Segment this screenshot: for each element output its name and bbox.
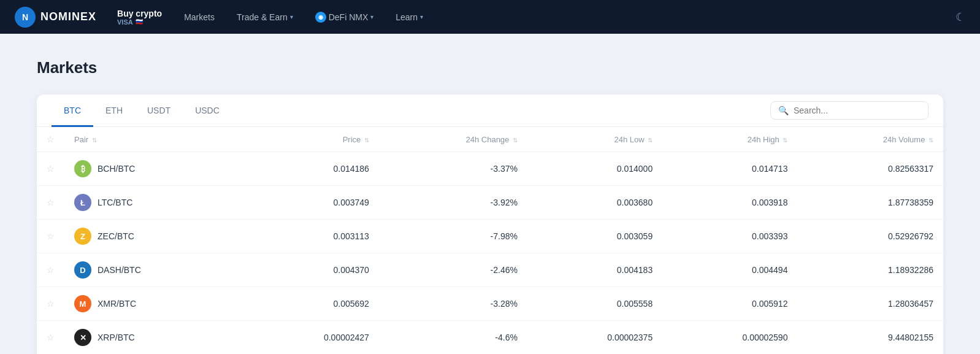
pair-label-1: LTC/BTC <box>98 198 132 207</box>
volume-cell-1: 1.87738359 <box>797 186 943 220</box>
chevron-down-icon-3: ▾ <box>420 13 423 20</box>
nav-trade-earn[interactable]: Trade & Earn ▾ <box>235 10 294 25</box>
star-header-icon: ☆ <box>47 134 55 144</box>
page-title: Markets <box>37 58 943 77</box>
low-cell-1: 0.003680 <box>527 186 662 220</box>
coin-icon-dash: D <box>74 261 91 279</box>
th-star: ☆ <box>37 127 64 152</box>
high-cell-4: 0.005912 <box>662 287 797 321</box>
chevron-down-icon-2: ▾ <box>370 13 373 20</box>
low-cell-3: 0.004183 <box>527 253 662 287</box>
pair-label-2: ZEC/BTC <box>98 231 134 241</box>
markets-card: BTC ETH USDT USDC 🔍 ☆ Pair ⇅ Price ⇅ 24h… <box>37 94 943 354</box>
star-cell-4: ☆ <box>37 287 64 321</box>
volume-cell-4: 1.28036457 <box>797 287 943 321</box>
sort-icon-high: ⇅ <box>783 137 787 144</box>
high-cell-1: 0.003918 <box>662 186 797 220</box>
search-input[interactable] <box>794 106 921 115</box>
low-cell-5: 0.00002375 <box>527 321 662 355</box>
nav-buy-crypto[interactable]: Buy crypto VISA 🇷🇺 <box>116 6 163 28</box>
nominex-logo-icon: N <box>15 7 36 28</box>
th-high[interactable]: 24h High ⇅ <box>662 127 797 152</box>
change-cell-1: -3.92% <box>379 186 527 220</box>
dark-mode-icon[interactable]: ☾ <box>955 10 965 24</box>
star-button-5[interactable]: ☆ <box>47 333 55 342</box>
logo-text: NOMINEX <box>40 10 96 23</box>
price-cell-2: 0.003113 <box>244 220 379 253</box>
trade-earn-label: Trade & Earn <box>237 12 288 22</box>
star-button-4[interactable]: ☆ <box>47 299 55 309</box>
volume-cell-2: 0.52926792 <box>797 220 943 253</box>
pair-cell-2[interactable]: Z ZEC/BTC <box>64 220 244 253</box>
star-cell-1: ☆ <box>37 186 64 220</box>
low-cell-2: 0.003059 <box>527 220 662 253</box>
table-row: ☆ D DASH/BTC 0.004370 -2.46% 0.004183 0.… <box>37 253 943 287</box>
table-body: ☆ ₿ BCH/BTC 0.014186 -3.37% 0.014000 0.0… <box>37 152 943 355</box>
pair-cell-3[interactable]: D DASH/BTC <box>64 253 244 287</box>
sort-icon-volume: ⇅ <box>928 137 933 144</box>
change-cell-3: -2.46% <box>379 253 527 287</box>
chevron-down-icon: ▾ <box>290 13 293 20</box>
markets-label: Markets <box>184 12 215 22</box>
pair-cell-0[interactable]: ₿ BCH/BTC <box>64 152 244 186</box>
star-cell-5: ☆ <box>37 321 64 355</box>
markets-table: ☆ Pair ⇅ Price ⇅ 24h Change ⇅ 24h Low ⇅ … <box>37 127 943 354</box>
pair-label-5: XRP/BTC <box>98 333 135 342</box>
search-area: 🔍 <box>770 101 928 120</box>
tabs-row: BTC ETH USDT USDC 🔍 <box>37 94 943 127</box>
sort-icon-change: ⇅ <box>513 137 518 144</box>
high-cell-2: 0.003393 <box>662 220 797 253</box>
pair-cell-1[interactable]: Ł LTC/BTC <box>64 186 244 220</box>
tab-usdc[interactable]: USDC <box>183 94 232 127</box>
table-row: ☆ M XMR/BTC 0.005692 -3.28% 0.005558 0.0… <box>37 287 943 321</box>
change-cell-5: -4.6% <box>379 321 527 355</box>
volume-cell-5: 9.44802155 <box>797 321 943 355</box>
star-cell-2: ☆ <box>37 220 64 253</box>
tab-usdt[interactable]: USDT <box>135 94 183 127</box>
coin-icon-ltc: Ł <box>74 194 91 211</box>
defi-dot-icon: ◉ <box>315 12 326 23</box>
visa-label: VISA <box>117 18 133 26</box>
table-row: ☆ Ł LTC/BTC 0.003749 -3.92% 0.003680 0.0… <box>37 186 943 220</box>
th-volume[interactable]: 24h Volume ⇅ <box>797 127 943 152</box>
change-cell-4: -3.28% <box>379 287 527 321</box>
table-row: ☆ Z ZEC/BTC 0.003113 -7.98% 0.003059 0.0… <box>37 220 943 253</box>
pair-cell-4[interactable]: M XMR/BTC <box>64 287 244 321</box>
table-header: ☆ Pair ⇅ Price ⇅ 24h Change ⇅ 24h Low ⇅ … <box>37 127 943 152</box>
sort-icon-low: ⇅ <box>648 137 653 144</box>
nav-defi[interactable]: ◉ DeFi NMX ▾ <box>314 9 375 25</box>
high-cell-5: 0.00002590 <box>662 321 797 355</box>
coin-icon-zec: Z <box>74 228 91 245</box>
coin-icon-bch: ₿ <box>74 160 91 177</box>
navbar: N NOMINEX Buy crypto VISA 🇷🇺 Markets Tra… <box>0 0 980 34</box>
th-low[interactable]: 24h Low ⇅ <box>527 127 662 152</box>
volume-cell-0: 0.82563317 <box>797 152 943 186</box>
th-price[interactable]: Price ⇅ <box>244 127 379 152</box>
volume-cell-3: 1.18932286 <box>797 253 943 287</box>
flag-icon: 🇷🇺 <box>136 18 143 25</box>
tab-btc[interactable]: BTC <box>52 94 93 127</box>
pair-label-3: DASH/BTC <box>98 265 141 275</box>
nav-markets[interactable]: Markets <box>183 10 216 25</box>
low-cell-4: 0.005558 <box>527 287 662 321</box>
navbar-right: ☾ <box>955 10 965 24</box>
star-button-0[interactable]: ☆ <box>47 164 55 174</box>
pair-label-4: XMR/BTC <box>98 299 136 309</box>
main-content: Markets BTC ETH USDT USDC 🔍 ☆ Pair ⇅ Pri… <box>0 34 980 354</box>
sort-icon-pair: ⇅ <box>92 137 97 144</box>
star-cell-3: ☆ <box>37 253 64 287</box>
star-button-3[interactable]: ☆ <box>47 265 55 275</box>
th-pair[interactable]: Pair ⇅ <box>64 127 244 152</box>
star-button-2[interactable]: ☆ <box>47 231 55 241</box>
tab-eth[interactable]: ETH <box>93 94 135 127</box>
price-cell-0: 0.014186 <box>244 152 379 186</box>
change-cell-2: -7.98% <box>379 220 527 253</box>
star-button-1[interactable]: ☆ <box>47 198 55 207</box>
defi-label: DeFi NMX <box>329 12 369 22</box>
pair-cell-5[interactable]: ✕ XRP/BTC <box>64 321 244 355</box>
nav-learn[interactable]: Learn ▾ <box>394 10 424 25</box>
th-change[interactable]: 24h Change ⇅ <box>379 127 527 152</box>
logo[interactable]: N NOMINEX <box>15 7 96 28</box>
high-cell-3: 0.004494 <box>662 253 797 287</box>
high-cell-0: 0.014713 <box>662 152 797 186</box>
